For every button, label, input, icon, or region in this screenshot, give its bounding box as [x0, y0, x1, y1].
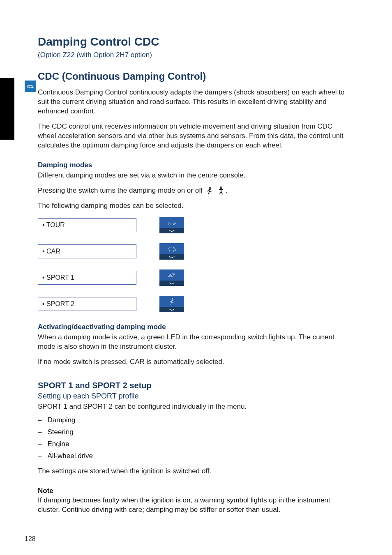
sport-heading: SPORT 1 and SPORT 2 setup	[38, 381, 346, 390]
mode-tile-tour	[159, 217, 184, 233]
document-page: Damping Control CDC (Option Z22 (with Op…	[0, 0, 392, 555]
intro-paragraph-2: The CDC control unit receives informatio…	[38, 122, 346, 150]
sport-outro: The settings are stored when the ignitio…	[38, 467, 346, 476]
bullet-text: Steering	[47, 428, 73, 437]
intro-paragraph-1: Continuous Damping Control continuously …	[38, 88, 346, 116]
svg-point-6	[169, 250, 170, 251]
activate-text-prefix: Pressing the switch turns the damping mo…	[38, 186, 203, 196]
page-title: Damping Control CDC	[38, 35, 346, 48]
running-person-icon	[205, 186, 214, 195]
mode-option-car: • CAR	[38, 244, 136, 258]
page-subtitle: (Option Z22 (with Option 2H7 option)	[38, 51, 346, 59]
chevron-down-icon	[168, 282, 175, 285]
bullet-text: Damping	[47, 416, 75, 425]
mode-tile-car	[159, 243, 184, 260]
svg-point-3	[220, 187, 222, 189]
activate-deactivate-line: Pressing the switch turns the damping mo…	[38, 186, 346, 196]
mode-tile-sport1	[159, 269, 184, 286]
running-person-icon	[168, 298, 175, 305]
sport-bullet-list: Damping Steering Engine All-wheel drive	[38, 416, 346, 461]
chevron-down-icon	[168, 308, 175, 311]
mode-option-tour: • TOUR	[38, 218, 136, 232]
mode-options: • TOUR • CAR	[38, 217, 346, 312]
option-row: • SPORT 2	[38, 296, 346, 312]
note-text: If damping becomes faulty when the ignit…	[38, 496, 346, 515]
note-label: Note	[38, 487, 346, 495]
activate-text-3: If no mode switch is pressed, CAR is aut…	[38, 357, 346, 367]
car-icon	[166, 220, 177, 226]
svg-point-0	[28, 87, 29, 88]
chevron-down-icon	[168, 229, 175, 233]
activate-heading: Activating/deactivating damping mode	[38, 323, 346, 331]
list-item: All-wheel drive	[38, 451, 346, 461]
standing-person-icon	[217, 186, 226, 195]
chevron-down-icon	[168, 256, 175, 259]
cdc-section-heading: CDC (Continuous Damping Control)	[38, 71, 346, 82]
sport-subheading: Setting up each SPORT profile	[38, 392, 346, 401]
mode-option-sport1: • SPORT 1	[38, 271, 136, 285]
page-number: 128	[25, 535, 36, 543]
svg-point-7	[173, 250, 174, 251]
svg-point-8	[172, 298, 173, 299]
list-item: Damping	[38, 416, 346, 425]
sport-intro: SPORT 1 and SPORT 2 can be configured in…	[38, 402, 346, 412]
activate-text-suffix: .	[226, 186, 228, 196]
list-item: Steering	[38, 428, 346, 437]
cdc-icon	[25, 81, 36, 92]
svg-point-1	[32, 87, 33, 88]
leaf-icon	[166, 272, 177, 279]
bullet-text: Engine	[47, 440, 69, 449]
gauge-icon	[166, 246, 177, 252]
side-tab	[0, 78, 14, 140]
option-row: • TOUR	[38, 217, 346, 233]
option-row: • SPORT 1	[38, 269, 346, 286]
bullet-text: All-wheel drive	[47, 451, 93, 461]
mode-option-sport2: • SPORT 2	[38, 297, 136, 311]
text-column: Damping Control CDC (Option Z22 (with Op…	[38, 35, 346, 515]
svg-point-2	[210, 187, 211, 189]
damping-modes-intro: Different damping modes are set via a sw…	[38, 171, 346, 180]
mode-glyphs	[205, 186, 226, 195]
option-row: • CAR	[38, 243, 346, 260]
mode-tile-sport2	[159, 296, 184, 312]
list-item: Engine	[38, 440, 346, 449]
activate-text-2: When a damping mode is active, a green L…	[38, 333, 346, 352]
damping-modes-heading: Damping modes	[38, 161, 346, 169]
modes-selected-label: The following damping modes can be selec…	[38, 201, 346, 211]
